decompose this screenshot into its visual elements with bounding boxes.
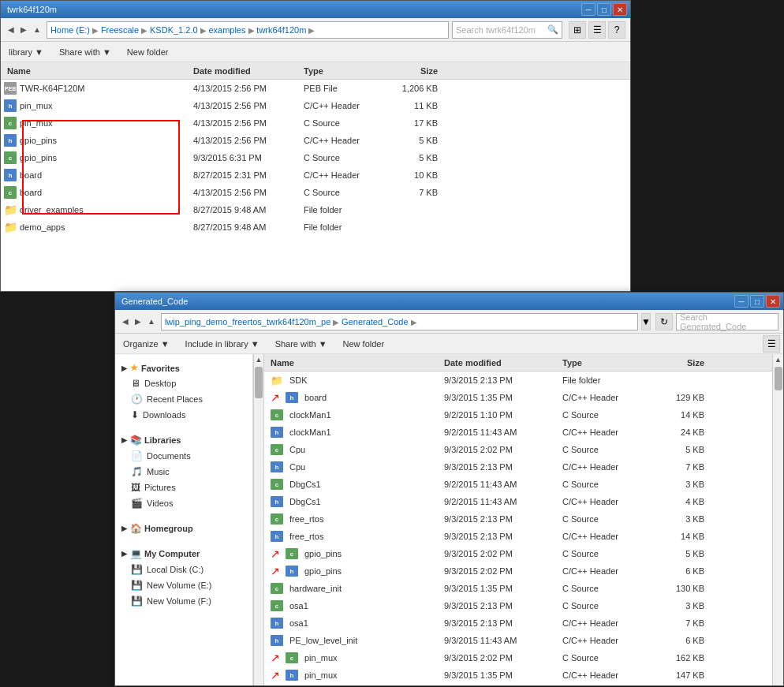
win1-maximize-button[interactable]: □ <box>597 3 611 16</box>
up-button[interactable]: ▲ <box>31 24 43 35</box>
menu-organize[interactable]: Organize ▼ <box>118 338 174 350</box>
sidebar-item-documents[interactable]: 📄 Documents <box>115 448 252 464</box>
win1-minimize-button[interactable]: ─ <box>581 3 595 16</box>
view-toggle-button[interactable]: ⊞ <box>569 21 586 39</box>
back-button[interactable]: ◀ <box>6 24 17 35</box>
col-type-header[interactable]: Type <box>304 66 383 76</box>
help-button[interactable]: ? <box>608 21 625 39</box>
win1-search-box[interactable]: Search twrk64f120m 🔍 <box>452 21 562 39</box>
win1-addressbar[interactable]: Home (E:) ▶ Freescale ▶ KSDK_1.2.0 ▶ exa… <box>47 21 449 39</box>
breadcrumb-freescale[interactable]: Freescale <box>101 25 139 35</box>
table-row[interactable]: cosa1 9/3/2015 2:13 PM C Source 3 KB <box>264 597 772 614</box>
table-row[interactable]: cboard 4/13/2015 2:56 PM C Source 7 KB <box>1 184 630 201</box>
sidebar-libraries-header[interactable]: ▶ 📚 Libraries <box>115 432 252 448</box>
sidebar-item-downloads[interactable]: ⬇ Downloads <box>115 407 252 423</box>
table-row[interactable]: 📁demo_apps 8/27/2015 9:48 AM File folder <box>1 218 630 236</box>
table-row[interactable]: ↗hpin_mux 9/3/2015 1:35 PM C/C++ Header … <box>264 666 772 684</box>
win2-up-button[interactable]: ▲ <box>145 316 158 327</box>
win2-refresh-button[interactable]: ↻ <box>655 313 673 330</box>
file-type: C/C++ Header <box>304 101 383 110</box>
win2-col-type[interactable]: Type <box>562 358 649 368</box>
table-row[interactable]: hpin_mux 4/13/2015 2:56 PM C/C++ Header … <box>1 97 630 114</box>
table-row[interactable]: cgpio_pins 9/3/2015 6:31 PM C Source 5 K… <box>1 149 630 166</box>
table-row[interactable]: hclockMan1 9/2/2015 11:43 AM C/C++ Heade… <box>264 424 772 441</box>
scrollbar-thumb[interactable] <box>255 367 263 398</box>
table-row[interactable]: hboard 8/27/2015 2:31 PM C/C++ Header 10… <box>1 166 630 184</box>
table-row[interactable]: cCpu 9/3/2015 2:02 PM C Source 5 KB <box>264 441 772 458</box>
main-scrollbar-up[interactable]: ▲ <box>773 354 783 365</box>
win2-file-date: 9/3/2015 2:02 PM <box>444 445 562 454</box>
table-row[interactable]: hosa1 9/3/2015 2:13 PM C/C++ Header 7 KB <box>264 614 772 632</box>
win2-titlebar: Generated_Code ─ □ ✕ <box>115 293 783 310</box>
win2-search-box[interactable]: Search Generated_Code <box>676 313 778 330</box>
col-date-header[interactable]: Date modified <box>193 66 304 76</box>
win2-forward-button[interactable]: ▶ <box>133 316 144 327</box>
table-row[interactable]: hgpio_pins 4/13/2015 2:56 PM C/C++ Heade… <box>1 132 630 149</box>
sidebar-item-localc[interactable]: 💾 Local Disk (C:) <box>115 562 252 577</box>
sidebar-item-videos[interactable]: 🎬 Videos <box>115 495 252 511</box>
table-row[interactable]: ↗hgpio_pins 9/3/2015 2:02 PM C/C++ Heade… <box>264 562 772 580</box>
view-details-button[interactable]: ☰ <box>588 21 606 39</box>
win2-file-name: 📁SDK <box>271 375 444 386</box>
sidebar-favorites-header[interactable]: ▶ ★ Favorites <box>115 360 252 375</box>
table-row[interactable]: cpin_mux 4/13/2015 2:56 PM C Source 17 K… <box>1 114 630 132</box>
breadcrumb-ksdk[interactable]: KSDK_1.2.0 <box>150 25 198 35</box>
table-row[interactable]: hfree_rtos 9/3/2015 2:13 PM C/C++ Header… <box>264 528 772 545</box>
win2-back-button[interactable]: ◀ <box>120 316 131 327</box>
table-row[interactable]: hPE_low_level_init 9/3/2015 11:43 AM C/C… <box>264 632 772 649</box>
win2-col-name[interactable]: Name <box>271 358 444 368</box>
table-row[interactable]: 📁driver_examples 8/27/2015 9:48 AM File … <box>1 201 630 218</box>
sidebar-item-vole[interactable]: 💾 New Volume (E:) <box>115 577 252 593</box>
sidebar-item-music[interactable]: 🎵 Music <box>115 464 252 480</box>
table-row[interactable]: hDbgCs1 9/2/2015 11:43 AM C/C++ Header 4… <box>264 493 772 510</box>
win2-minimize-button[interactable]: ─ <box>734 295 749 308</box>
win2-close-button[interactable]: ✕ <box>766 295 780 308</box>
sidebar-computer-header[interactable]: ▶ 💻 My Computer <box>115 546 252 562</box>
win2-col-size[interactable]: Size <box>649 358 704 368</box>
table-row[interactable]: cfree_rtos 9/3/2015 2:13 PM C Source 3 K… <box>264 510 772 528</box>
breadcrumb-lwip[interactable]: lwip_ping_demo_freertos_twrk64f120m_pe <box>165 317 330 327</box>
menu-library[interactable]: library ▼ <box>4 46 48 58</box>
table-row[interactable]: ↗cgpio_pins 9/3/2015 2:02 PM C Source 5 … <box>264 545 772 562</box>
menu-share[interactable]: Share with ▼ <box>54 46 116 58</box>
menu-newfolder[interactable]: New folder <box>122 46 174 58</box>
main-scrollbar[interactable]: ▲ <box>772 354 783 685</box>
scrollbar-up-arrow[interactable]: ▲ <box>254 354 264 365</box>
menu-include[interactable]: Include in library ▼ <box>181 338 264 350</box>
sidebar-scrollbar[interactable]: ▲ <box>253 354 264 685</box>
win2-addressbar[interactable]: lwip_ping_demo_freertos_twrk64f120m_pe ▶… <box>161 313 638 330</box>
table-row[interactable]: cclockMan1 9/2/2015 1:10 PM C Source 14 … <box>264 406 772 424</box>
win2-maximize-button[interactable]: □ <box>750 295 764 308</box>
menu-new-folder[interactable]: New folder <box>338 338 390 350</box>
disk-e-icon: 💾 <box>131 580 143 591</box>
sidebar-item-desktop[interactable]: 🖥 Desktop <box>115 375 252 391</box>
col-size-header[interactable]: Size <box>383 66 438 76</box>
win2-content: ▶ ★ Favorites 🖥 Desktop 🕐 Recent Places … <box>115 354 783 685</box>
breadcrumb-home[interactable]: Home (E:) <box>50 25 90 35</box>
win1-close-button[interactable]: ✕ <box>613 3 627 16</box>
main-scrollbar-thumb[interactable] <box>775 367 782 390</box>
table-row[interactable]: cDbgCs1 9/2/2015 11:43 AM C Source 3 KB <box>264 476 772 493</box>
sidebar-item-pictures[interactable]: 🖼 Pictures <box>115 480 252 495</box>
table-row[interactable]: 📁SDK 9/3/2015 2:13 PM File folder <box>264 372 772 389</box>
win2-view-button[interactable]: ☰ <box>763 335 780 353</box>
table-row[interactable]: ↗hboard 9/3/2015 1:35 PM C/C++ Header 12… <box>264 389 772 406</box>
win2-col-date[interactable]: Date modified <box>444 358 562 368</box>
menu-share-with[interactable]: Share with ▼ <box>271 338 332 350</box>
sidebar-item-recent[interactable]: 🕐 Recent Places <box>115 391 252 407</box>
col-name-header[interactable]: Name <box>4 66 193 76</box>
sidebar-homegroup-header[interactable]: ▶ 🏠 Homegroup <box>115 521 252 536</box>
win2-file-date: 9/3/2015 2:13 PM <box>444 601 562 610</box>
win2-dropdown-button[interactable]: ▼ <box>641 313 651 330</box>
win1-file-header: Name Date modified Type Size <box>1 62 630 80</box>
breadcrumb-twrk[interactable]: twrk64f120m <box>256 25 306 35</box>
libraries-icon: 📚 <box>130 435 142 446</box>
breadcrumb-gencode[interactable]: Generated_Code <box>342 317 408 327</box>
table-row[interactable]: chardware_init 9/3/2015 1:35 PM C Source… <box>264 580 772 597</box>
table-row[interactable]: PEBTWR-K64F120M 4/13/2015 2:56 PM PEB Fi… <box>1 80 630 97</box>
table-row[interactable]: hCpu 9/3/2015 2:13 PM C/C++ Header 7 KB <box>264 458 772 476</box>
breadcrumb-examples[interactable]: examples <box>208 25 245 35</box>
sidebar-item-volf[interactable]: 💾 New Volume (F:) <box>115 593 252 609</box>
forward-button[interactable]: ▶ <box>18 24 29 35</box>
table-row[interactable]: ↗cpin_mux 9/3/2015 2:02 PM C Source 162 … <box>264 649 772 666</box>
